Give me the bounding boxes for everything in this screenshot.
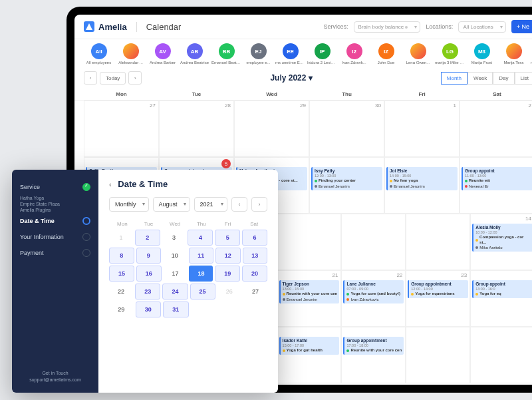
back-arrow-icon[interactable]: ‹ bbox=[109, 180, 112, 188]
calendar-cell[interactable]: 30 bbox=[309, 100, 384, 157]
calendar-cell[interactable] bbox=[406, 214, 470, 270]
mini-cal-day[interactable]: 16 bbox=[136, 266, 162, 282]
calendar-event[interactable]: Joi Elsie 14:00 - 15:00 No fear yoga Ema… bbox=[386, 167, 458, 190]
mini-cal-day[interactable]: 20 bbox=[242, 266, 267, 282]
booking-step[interactable]: Date & Time bbox=[20, 213, 90, 229]
employee-avatar[interactable]: AVAndrea Barber bbox=[148, 43, 178, 65]
booking-step[interactable]: Payment bbox=[20, 245, 90, 261]
calendar-event[interactable]: Group appointment 17:00 - 18:00 Reunite … bbox=[343, 337, 404, 355]
step-indicator-icon bbox=[82, 183, 90, 191]
mini-cal-day[interactable]: 1 bbox=[109, 230, 133, 246]
services-select[interactable]: Brain body balance bbox=[354, 21, 421, 33]
mini-cal-day[interactable]: 19 bbox=[215, 266, 240, 282]
employee-avatar[interactable]: EEms onetime Emily Erne bbox=[275, 43, 305, 65]
employee-avatar[interactable]: Marija Tess bbox=[499, 43, 529, 65]
mini-weekday: Tue bbox=[136, 218, 162, 230]
view-tab-day[interactable]: Day bbox=[493, 72, 514, 85]
calendar-cell[interactable]: Issy Patty 12:00 - 13:00 Finding your ce… bbox=[309, 157, 384, 214]
employee-avatar[interactable]: ABAndrea Beatrice bbox=[180, 43, 209, 65]
employee-avatar[interactable]: EJemployee e... bbox=[243, 43, 273, 65]
calendar-cell[interactable]: Isador Kathi 15:00 - 17:00 Yoga for gut … bbox=[277, 327, 342, 383]
calendar-event[interactable]: Group appoint 11:00 - 13:00 Reunite wit … bbox=[462, 167, 532, 190]
calendar-cell[interactable]: Group appointment 17:00 - 18:00 Reunite … bbox=[341, 327, 406, 383]
mini-cal-day[interactable]: 24 bbox=[162, 284, 188, 300]
mini-cal-day[interactable]: 6 bbox=[242, 230, 267, 246]
employee-avatar[interactable]: IZJohn Doe bbox=[371, 43, 401, 65]
employee-avatar[interactable]: I2Ivan Zdravk... bbox=[339, 43, 369, 65]
booking-popup: ServiceHatha YogaEmpire State PlazaAmeli… bbox=[12, 170, 278, 393]
employee-avatar[interactable]: Lena Gwen... bbox=[403, 43, 433, 65]
calendar-cell[interactable]: 2 bbox=[460, 100, 532, 157]
new-button[interactable]: + Ne bbox=[511, 20, 532, 33]
event-service: Yoga for eq bbox=[475, 292, 531, 296]
calendar-cell[interactable]: 29 bbox=[234, 100, 309, 157]
booking-step-title: ‹ Date & Time bbox=[109, 179, 267, 189]
employee-avatar[interactable]: BBEmanuel Beatrice bbox=[211, 43, 241, 65]
employee-avatar[interactable]: IPIsidora 2 Lexie Erne bbox=[307, 43, 337, 65]
employee-avatar[interactable]: AllAll employees bbox=[84, 43, 114, 65]
calendar-event[interactable]: Issy Patty 12:00 - 13:00 Finding your ce… bbox=[311, 167, 382, 190]
booking-step[interactable]: Your Information bbox=[20, 229, 90, 245]
prev-button[interactable]: ‹ bbox=[84, 71, 97, 85]
mini-cal-day[interactable]: 4 bbox=[188, 230, 213, 246]
mini-cal-day[interactable]: 30 bbox=[136, 301, 162, 317]
calendar-cell[interactable]: 28 bbox=[159, 100, 234, 157]
view-tab-week[interactable]: Week bbox=[467, 72, 493, 85]
mini-cal-day[interactable]: 17 bbox=[164, 266, 188, 282]
mini-prev-button[interactable]: ‹ bbox=[231, 197, 247, 212]
employee-avatar[interactable]: Aleksandar ... bbox=[116, 43, 146, 65]
mini-cal-day[interactable]: 12 bbox=[215, 248, 241, 264]
today-button[interactable]: Today bbox=[100, 72, 126, 85]
mini-cal-day[interactable]: 18 bbox=[189, 266, 213, 282]
step-indicator-icon bbox=[82, 233, 90, 241]
mini-cal-day[interactable]: 31 bbox=[163, 301, 189, 317]
calendar-cell[interactable]: 27 bbox=[84, 100, 159, 157]
view-tab-month[interactable]: Month bbox=[441, 72, 467, 85]
mini-cal-day[interactable]: 27 bbox=[243, 284, 267, 300]
employee-avatar[interactable]: LGmarija 3 Mike Sober bbox=[435, 43, 465, 65]
employee-avatar[interactable]: M3Marija Frosi bbox=[467, 43, 497, 65]
calendar-cell[interactable]: Group appoint 13:00 - 16:0 Yoga for eq bbox=[470, 270, 532, 327]
mini-cal-day[interactable]: 26 bbox=[217, 284, 241, 300]
mini-cal-day[interactable]: 29 bbox=[109, 301, 134, 317]
mini-cal-day[interactable]: 3 bbox=[162, 230, 186, 246]
mini-cal-day[interactable]: 8 bbox=[109, 248, 134, 264]
mini-cal-day[interactable]: 11 bbox=[189, 248, 214, 264]
year-select[interactable]: 2021 bbox=[194, 197, 227, 212]
mini-next-button[interactable]: › bbox=[251, 197, 267, 212]
current-month[interactable]: July 2022 ▾ bbox=[270, 73, 312, 83]
locations-label: Locations: bbox=[426, 23, 453, 30]
mini-cal-day[interactable]: 25 bbox=[190, 284, 215, 300]
calendar-cell[interactable] bbox=[406, 327, 470, 383]
calendar-cell[interactable]: 22Lane Julianne 07:00 - 09:00 Yoga for c… bbox=[341, 270, 406, 327]
calendar-cell[interactable]: 1 bbox=[384, 100, 460, 157]
calendar-cell[interactable] bbox=[277, 214, 342, 270]
next-button[interactable]: › bbox=[128, 71, 142, 85]
month-select[interactable]: August bbox=[153, 197, 190, 212]
mini-cal-day[interactable]: 9 bbox=[136, 248, 162, 264]
mini-cal-day[interactable]: 23 bbox=[135, 284, 160, 300]
calendar-event[interactable]: Lane Julianne 07:00 - 09:00 Yoga for cor… bbox=[343, 280, 404, 303]
mini-cal-day[interactable]: 10 bbox=[163, 248, 187, 264]
calendar-event[interactable]: Group appoint 13:00 - 16:0 Yoga for eq bbox=[472, 280, 532, 298]
calendar-event[interactable]: Tiger Jepson 13:00 - 15:00 Reunite with … bbox=[279, 280, 340, 303]
calendar-event[interactable]: Alesia Molly 10:00 - 12:00 Compassion yo… bbox=[472, 224, 532, 252]
calendar-event[interactable]: Group appointment 12:00 - 14:00 Yoga for… bbox=[408, 280, 468, 298]
calendar-cell[interactable] bbox=[341, 214, 406, 270]
mini-cal-day[interactable]: 22 bbox=[109, 284, 133, 300]
calendar-cell[interactable]: 23Group appointment 12:00 - 14:00 Yoga f… bbox=[406, 270, 470, 327]
mini-cal-day[interactable]: 2 bbox=[135, 230, 160, 246]
recurrence-select[interactable]: Monthly bbox=[109, 197, 149, 212]
mini-cal-day[interactable]: 5 bbox=[215, 230, 240, 246]
calendar-cell[interactable]: Joi Elsie 14:00 - 15:00 No fear yoga Ema… bbox=[384, 157, 460, 214]
mini-cal-day[interactable]: 15 bbox=[109, 266, 134, 282]
calendar-cell[interactable]: Group appoint 11:00 - 13:00 Reunite wit … bbox=[460, 157, 532, 214]
view-tab-list[interactable]: List bbox=[515, 72, 532, 85]
calendar-cell[interactable]: 21Tiger Jepson 13:00 - 15:00 Reunite wit… bbox=[277, 270, 342, 327]
booking-step[interactable]: Service bbox=[20, 179, 90, 195]
calendar-cell[interactable] bbox=[470, 327, 532, 383]
mini-cal-day[interactable]: 13 bbox=[243, 248, 268, 264]
calendar-cell[interactable]: 14Alesia Molly 10:00 - 12:00 Compassion … bbox=[470, 214, 532, 270]
calendar-event[interactable]: Isador Kathi 15:00 - 17:00 Yoga for gut … bbox=[279, 337, 340, 355]
locations-select[interactable]: All Locations bbox=[458, 21, 505, 33]
